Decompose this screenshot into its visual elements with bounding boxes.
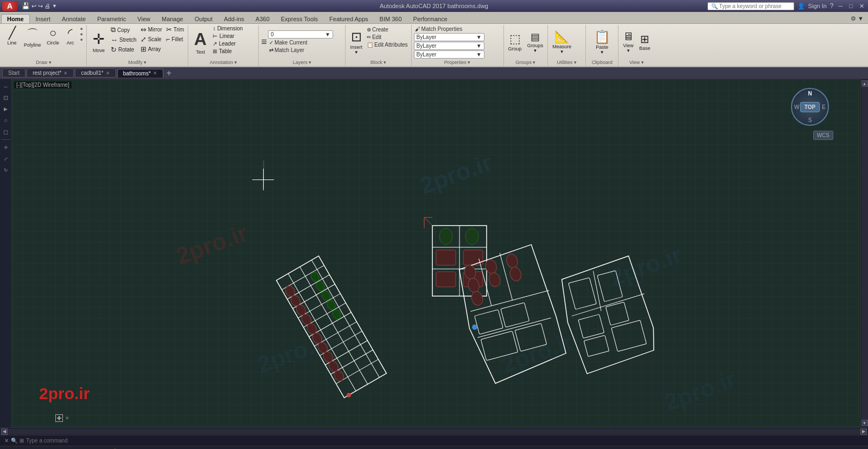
view-group-label[interactable]: View ▾	[629, 60, 644, 65]
compass[interactable]: N S E W TOP	[791, 88, 834, 131]
make-current-button[interactable]: ✓ Make Current	[268, 39, 333, 46]
tab-annotate[interactable]: Annotate	[56, 15, 91, 23]
tab-parametric[interactable]: Parametric	[92, 15, 131, 23]
close-tab-cadbull[interactable]: ✕	[106, 70, 110, 76]
scale-button[interactable]: ⤢ Scale	[139, 35, 164, 44]
close-tab-rest[interactable]: ✕	[63, 70, 68, 76]
doc-tab-bathrooms[interactable]: bathrooms* ✕	[117, 69, 163, 78]
bylayer-color-dropdown[interactable]: ByLayer▼	[414, 33, 484, 41]
group-button[interactable]: ⬚ Group	[506, 25, 524, 59]
doc-tab-cadbull[interactable]: cadbull1* ✕	[75, 68, 116, 78]
tab-performance[interactable]: Performance	[408, 15, 453, 23]
match-layer-button[interactable]: ⇄ Match Layer	[268, 47, 333, 54]
print-icon[interactable]: 🖨	[44, 3, 50, 9]
edit-block-button[interactable]: ✏ Edit	[366, 34, 409, 41]
modify-group-label[interactable]: Modify ▾	[128, 60, 146, 65]
groups-group-label[interactable]: Groups ▾	[515, 60, 535, 65]
left-tool-8[interactable]: ↻	[1, 165, 11, 175]
tab-addins[interactable]: Add-ins	[219, 15, 250, 23]
qa-dropdown-icon[interactable]: ▼	[52, 3, 57, 9]
layers-group-label[interactable]: Layers ▾	[293, 60, 312, 65]
utilities-group-label[interactable]: Utilities ▾	[557, 60, 577, 65]
annotation-group-label[interactable]: Annotation ▾	[210, 60, 238, 65]
left-tool-6[interactable]: ✛	[1, 143, 11, 152]
viewport-label[interactable]: [-][Top][2D Wireframe]	[14, 81, 72, 88]
left-tool-1[interactable]: –	[1, 81, 11, 91]
search-box[interactable]: 🔍	[707, 2, 794, 10]
tab-featured[interactable]: Featured Apps	[324, 15, 374, 23]
tab-view[interactable]: View	[132, 15, 156, 23]
table-button[interactable]: ⊞ Table	[211, 48, 244, 55]
tab-home[interactable]: Home	[1, 14, 30, 23]
move-button[interactable]: ✛ Move	[89, 25, 108, 59]
polyline-button[interactable]: ⌒ Polyline	[22, 25, 43, 49]
tab-insert[interactable]: Insert	[30, 15, 56, 23]
wcs-label[interactable]: WCS	[813, 131, 833, 140]
command-input[interactable]	[26, 438, 864, 444]
left-tool-7[interactable]: ⤢	[1, 154, 11, 164]
base-button[interactable]: ⊞ Base	[637, 25, 653, 59]
circle-button[interactable]: ○ Circle	[44, 25, 62, 47]
array-button[interactable]: ⊞ Array	[139, 44, 164, 54]
block-group-label[interactable]: Block ▾	[371, 60, 387, 65]
layer-dropdown[interactable]: 0▼	[268, 30, 333, 39]
close-btn[interactable]: ✕	[858, 3, 866, 10]
scroll-up-btn[interactable]: ▲	[861, 80, 868, 87]
bylayer-lineweight-dropdown[interactable]: ByLayer▼	[414, 50, 484, 59]
undo-icon[interactable]: ↩	[31, 3, 36, 10]
scroll-down-btn[interactable]: ▼	[861, 420, 868, 426]
left-tool-3[interactable]: ▶	[1, 104, 11, 114]
copy-button[interactable]: ⧉ Copy	[109, 25, 138, 35]
paste-button[interactable]: 📋 Paste ▼	[592, 25, 612, 59]
view-dropdown-button[interactable]: 🖥 View ▼	[621, 25, 636, 59]
draw-more-btn[interactable]: ●●●	[79, 25, 84, 43]
maximize-btn[interactable]: □	[847, 3, 854, 9]
tab-output[interactable]: Output	[189, 15, 218, 23]
groups-dropdown-button[interactable]: ▤ Groups ▼	[525, 25, 546, 59]
edit-attribs-button[interactable]: 📋 Edit Attributes	[366, 41, 409, 48]
text-button[interactable]: A Text	[190, 25, 210, 59]
match-props-button[interactable]: 🖌 Match Properties	[414, 25, 501, 33]
create-block-button[interactable]: ⊕ Create	[366, 26, 409, 33]
scroll-right-btn[interactable]: ▶	[860, 428, 867, 435]
doc-tab-start[interactable]: Start	[2, 68, 25, 78]
tab-options[interactable]: ⚙ ▼	[847, 14, 867, 23]
signin-text[interactable]: Sign In	[808, 3, 827, 9]
rotate-button[interactable]: ↻ Rotate	[109, 45, 138, 54]
clipboard-group-label[interactable]: Clipboard	[591, 60, 612, 65]
dimension-button[interactable]: ↕ Dimension	[211, 25, 244, 32]
a-logo-small[interactable]: A	[2, 1, 17, 11]
bylayer-linetype-dropdown[interactable]: ByLayer▼	[414, 42, 484, 50]
search-input[interactable]	[719, 3, 790, 9]
draw-group-label[interactable]: Draw ▾	[36, 60, 52, 65]
redo-icon[interactable]: ↪	[38, 3, 43, 10]
properties-group-label[interactable]: Properties ▾	[444, 60, 471, 65]
signin-icon[interactable]: 👤	[797, 3, 805, 10]
cmd-search-icon[interactable]: 🔍	[11, 438, 17, 444]
tab-a360[interactable]: A360	[250, 15, 275, 23]
bottom-scrollbar[interactable]: ◀ ▶	[0, 427, 868, 435]
canvas[interactable]: 2pro.ir 2pro.ir 2pro.ir 2pro.ir 2pro.ir …	[12, 79, 860, 427]
help-icon[interactable]: ?	[830, 2, 834, 10]
arc-button[interactable]: ◜ Arc	[63, 25, 78, 47]
tab-manage[interactable]: Manage	[156, 15, 189, 23]
layer-panel-icon[interactable]: ≡	[261, 36, 267, 48]
fillet-button[interactable]: ⌐ Fillet	[164, 35, 186, 44]
add-tab-btn[interactable]: +	[164, 68, 174, 78]
trim-button[interactable]: ✂ Trim	[164, 25, 186, 34]
compass-top-btn[interactable]: TOP	[800, 102, 820, 112]
leader-button[interactable]: ↗ Leader	[211, 40, 244, 47]
tab-express[interactable]: Express Tools	[276, 15, 323, 23]
doc-tab-rest-project[interactable]: rest project* ✕	[27, 68, 74, 78]
left-tool-4[interactable]: ○	[1, 116, 11, 125]
right-scrollbar[interactable]: ▲ ▼	[860, 79, 868, 427]
stretch-button[interactable]: ↔ Stretch	[109, 35, 138, 44]
cmd-close-btn[interactable]: ✕	[4, 438, 9, 444]
line-button[interactable]: ╱ Line	[3, 25, 21, 47]
save-icon[interactable]: 💾	[22, 2, 30, 10]
insert-button[interactable]: ⊡ Insert ▼	[348, 25, 365, 59]
minimize-btn[interactable]: ─	[837, 3, 845, 9]
left-tool-2[interactable]: ⊡	[1, 93, 11, 102]
scroll-left-btn[interactable]: ◀	[1, 428, 8, 435]
mirror-button[interactable]: ⇔ Mirror	[139, 25, 164, 34]
